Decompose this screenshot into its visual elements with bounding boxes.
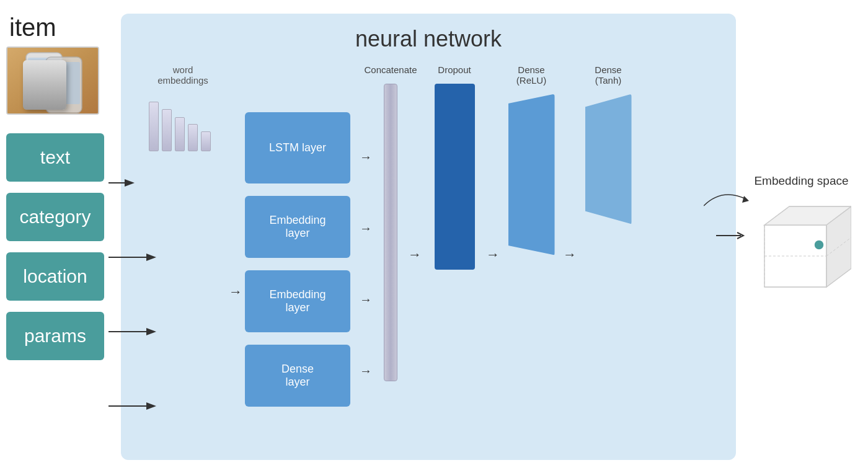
emb2-layer-label: Embeddinglayer [269,288,326,314]
left-panel: item [6,7,115,466]
arrows-to-concat: → → → → [353,122,378,407]
arrow-dropout-dense-relu: → [486,247,500,263]
lstm-layer-label: LSTM layer [269,141,326,154]
arrow-concat-dropout: → [408,247,422,263]
embedding-space-section: Embedding space [741,14,862,460]
item-image [6,46,99,115]
nn-title: neural network [140,26,717,52]
input-box-params: params [6,312,104,360]
svg-rect-2 [26,53,62,108]
dense-relu-box [508,94,555,255]
input-label-category: category [19,206,91,228]
embedding-space-cube [752,200,851,299]
dense-tanh-section: Dense(Tanh) [580,64,636,446]
svg-rect-6 [48,62,80,104]
svg-point-20 [814,240,824,250]
main-container: item [6,7,862,466]
dense-layer-box: Denselayer [245,345,350,407]
embedding-space-label: Embedding space [754,174,848,188]
dense-layer-label: Denselayer [281,363,314,389]
svg-rect-3 [28,58,60,100]
word-embedding-stacks [149,102,211,151]
input-label-text: text [40,147,70,168]
dense-tanh-box [585,94,632,224]
input-box-location: location [6,252,104,301]
dropout-section: Dropout [427,64,482,446]
input-label-location: location [23,266,87,287]
item-label: item [6,14,56,42]
concatenate-label: Concatenate [364,64,417,75]
arrow-emb-to-lstm: → [229,210,242,300]
concatenate-section: Concatenate [378,64,403,446]
dropout-box [435,84,475,270]
dense-relu-section: Dense(ReLU) [503,64,559,446]
input-box-category: category [6,193,104,241]
process-layers: LSTM layer Embeddinglayer Embeddinglayer… [245,64,353,446]
arrow-lstm-concat: → [360,150,372,164]
arrow-emb1-concat: → [360,221,372,236]
arrow-to-embedding-space [716,226,747,247]
input-box-text: text [6,133,104,182]
svg-point-4 [42,103,46,108]
input-label-params: params [24,325,86,347]
curve-arrow-to-dot [704,187,753,224]
emb1-layer-box: Embeddinglayer [245,196,350,258]
arrow-dense-relu-tanh: → [563,247,577,263]
concatenate-bar [384,84,397,381]
arrow-dense-concat: → [360,364,372,378]
dropout-label: Dropout [438,64,471,75]
dense-relu-label: Dense(ReLU) [516,64,546,86]
arrow-emb2-concat: → [360,293,372,307]
emb2-layer-box: Embeddinglayer [245,270,350,332]
dense-tanh-label: Dense(Tanh) [595,64,621,86]
emb1-layer-label: Embeddinglayer [269,214,326,240]
word-embeddings-label: wordembeddings [157,64,208,86]
nn-panel: neural network wordembeddings [121,14,736,460]
lstm-layer-box: LSTM layer [245,112,350,183]
svg-marker-21 [742,196,749,203]
